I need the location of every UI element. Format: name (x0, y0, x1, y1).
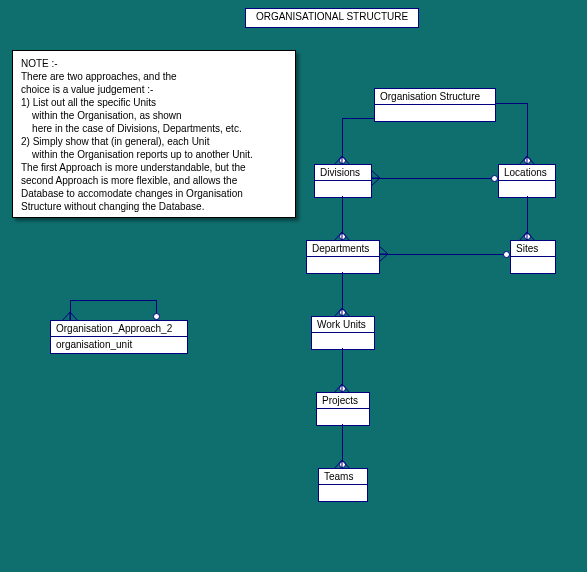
svg-line-5 (527, 156, 535, 165)
note-box: NOTE :- There are two approaches, and th… (12, 50, 296, 218)
entity-teams: Teams (318, 468, 368, 502)
entity-approach-2: Organisation_Approach_2 organisation_uni… (50, 320, 188, 354)
entity-label: Work Units (312, 317, 374, 333)
note-line: Structure without changing the Database. (21, 200, 287, 213)
cardinality-dot (491, 175, 498, 182)
svg-line-8 (371, 178, 380, 186)
entity-body (319, 485, 367, 501)
svg-line-2 (342, 156, 350, 165)
entity-departments: Departments (306, 240, 380, 274)
svg-line-9 (334, 232, 342, 241)
svg-line-12 (519, 232, 527, 241)
entity-label: Teams (319, 469, 367, 485)
crowfoot-icon (334, 460, 350, 470)
entity-body (317, 409, 369, 425)
crowfoot-icon (62, 312, 78, 322)
crowfoot-icon (379, 246, 389, 262)
cardinality-dot (503, 251, 510, 258)
entity-label: Departments (307, 241, 379, 257)
svg-line-17 (379, 254, 388, 262)
entity-locations: Locations (498, 164, 556, 198)
note-line: here in the case of Divisions, Departmen… (21, 122, 287, 135)
svg-line-20 (342, 308, 350, 317)
entity-body (511, 257, 555, 273)
svg-line-27 (62, 312, 70, 321)
note-line: second Approach is more flexible, and al… (21, 174, 287, 187)
svg-line-26 (342, 460, 350, 469)
crowfoot-icon (334, 384, 350, 394)
note-line: NOTE :- (21, 57, 287, 70)
entity-body (312, 333, 374, 349)
entity-body (499, 181, 555, 197)
cardinality-dot (153, 313, 160, 320)
svg-line-29 (70, 312, 78, 321)
connector-line (495, 103, 527, 104)
note-line: There are two approaches, and the (21, 70, 287, 83)
svg-line-11 (342, 232, 350, 241)
svg-line-18 (334, 308, 342, 317)
connector-line (527, 103, 528, 164)
entity-label: Projects (317, 393, 369, 409)
svg-line-23 (342, 384, 350, 393)
crowfoot-icon (334, 156, 350, 166)
crowfoot-icon (519, 232, 535, 242)
entity-label: Organisation Structure (375, 89, 495, 105)
note-line: 2) Simply show that (in general), each U… (21, 135, 287, 148)
note-line: The first Approach is more understandabl… (21, 161, 287, 174)
note-line: Database to accomodate changes in Organi… (21, 187, 287, 200)
svg-line-24 (334, 460, 342, 469)
crowfoot-icon (334, 232, 350, 242)
entity-projects: Projects (316, 392, 370, 426)
entity-label: Divisions (315, 165, 371, 181)
entity-body (315, 181, 371, 197)
note-line: 1) List out all the specific Units (21, 96, 287, 109)
note-line: within the Organisation reports up to an… (21, 148, 287, 161)
connector-line (70, 300, 156, 301)
entity-body (307, 257, 379, 273)
note-line: choice is a value judgement :- (21, 83, 287, 96)
page-title: ORGANISATIONAL STRUCTURE (245, 8, 419, 28)
entity-label: Locations (499, 165, 555, 181)
entity-organisation-structure: Organisation Structure (374, 88, 496, 122)
connector-line (379, 254, 510, 255)
svg-line-3 (519, 156, 527, 165)
crowfoot-icon (519, 156, 535, 166)
svg-line-6 (371, 170, 380, 178)
entity-label: Sites (511, 241, 555, 257)
entity-body (375, 105, 495, 121)
crowfoot-icon (371, 170, 381, 186)
connector-line (342, 118, 374, 119)
svg-line-21 (334, 384, 342, 393)
entity-work-units: Work Units (311, 316, 375, 350)
note-line: within the Organisation, as shown (21, 109, 287, 122)
svg-line-0 (334, 156, 342, 165)
entity-sites: Sites (510, 240, 556, 274)
crowfoot-icon (334, 308, 350, 318)
connector-line (371, 178, 498, 179)
entity-attribute: organisation_unit (51, 337, 187, 353)
entity-label: Organisation_Approach_2 (51, 321, 187, 337)
svg-line-14 (527, 232, 535, 241)
svg-line-15 (379, 246, 388, 254)
entity-divisions: Divisions (314, 164, 372, 198)
